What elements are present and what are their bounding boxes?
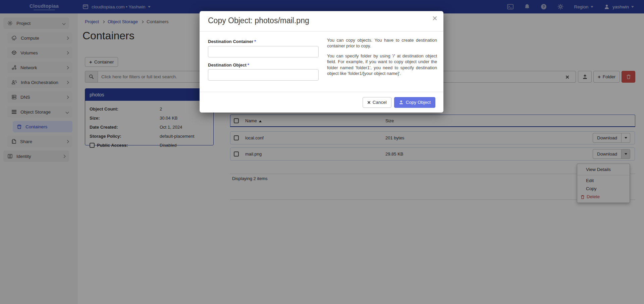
modal-body: Destination Container* Destination Objec… (200, 32, 443, 92)
field-label: Destination Container (208, 39, 253, 44)
cancel-button[interactable]: Cancel (363, 97, 391, 108)
modal-title: Copy Object: photos/mail.png (208, 16, 309, 25)
modal-footer: Cancel Copy Object (200, 92, 443, 113)
destination-object-input[interactable] (208, 69, 319, 81)
copy-object-modal: Copy Object: photos/mail.png × Destinati… (200, 11, 443, 113)
copy-object-submit-button[interactable]: Copy Object (394, 97, 435, 108)
modal-header: Copy Object: photos/mail.png × (200, 11, 443, 32)
app-root: Cloudtopiaa cloudtopiaa.com • Yashwin ? (0, 0, 644, 304)
destination-container-label: Destination Container* (208, 39, 256, 44)
submit-label: Copy Object (406, 100, 431, 105)
modal-help-paragraph-1: You can copy objects. You have to create… (327, 37, 437, 49)
required-mark: * (248, 62, 249, 68)
cancel-label: Cancel (373, 100, 387, 105)
required-mark: * (254, 39, 256, 44)
destination-object-label: Destination Object* (208, 62, 249, 68)
destination-container-input[interactable] (208, 46, 319, 57)
upload-icon (399, 100, 404, 104)
modal-help-paragraph-2: You can specify folder by using '/' at d… (327, 53, 437, 76)
close-icon (367, 101, 371, 104)
close-icon[interactable]: × (432, 14, 437, 23)
field-label: Destination Object (208, 62, 247, 68)
